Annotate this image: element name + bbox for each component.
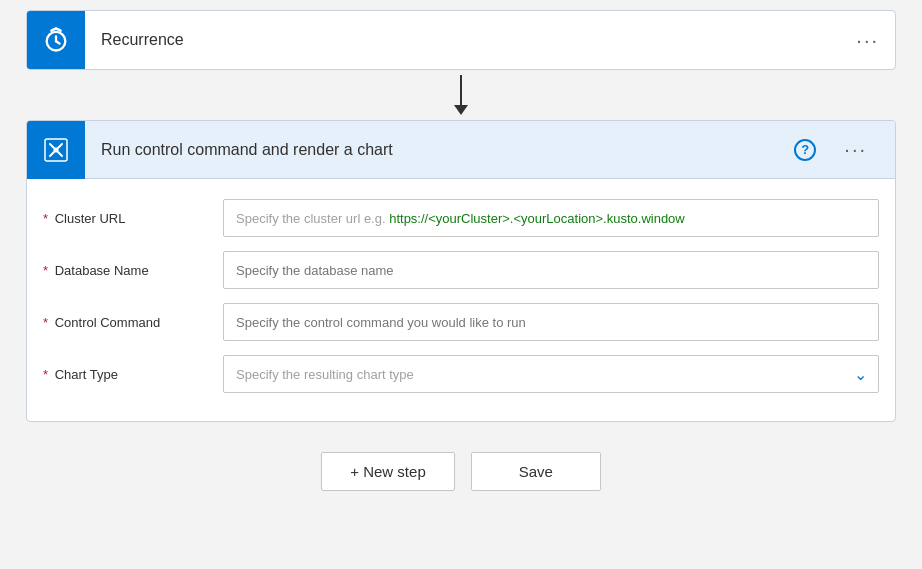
run-control-card: Run control command and render a chart ?… — [26, 120, 896, 422]
cluster-url-row: * Cluster URL Specify the cluster url e.… — [43, 197, 879, 239]
cluster-url-label: * Cluster URL — [43, 211, 223, 226]
run-icon-container — [27, 121, 85, 179]
chart-type-select-wrapper: Specify the resulting chart type ⌄ — [223, 355, 879, 393]
chart-type-label: * Chart Type — [43, 367, 223, 382]
svg-point-6 — [54, 147, 59, 152]
connector-line — [460, 75, 462, 105]
chart-type-select[interactable]: Specify the resulting chart type — [223, 355, 879, 393]
run-card-title: Run control command and render a chart — [85, 141, 782, 159]
database-name-label: * Database Name — [43, 263, 223, 278]
canvas: Recurrence ··· Run control command and r… — [0, 0, 922, 569]
save-button[interactable]: Save — [471, 452, 601, 491]
new-step-button[interactable]: + New step — [321, 452, 454, 491]
connector-arrow — [454, 105, 468, 115]
cluster-url-required: * — [43, 211, 48, 226]
recurrence-card: Recurrence ··· — [26, 10, 896, 70]
run-card-header: Run control command and render a chart ?… — [27, 121, 895, 179]
database-name-required: * — [43, 263, 48, 278]
run-icon — [42, 136, 70, 164]
run-card-body: * Cluster URL Specify the cluster url e.… — [27, 179, 895, 421]
connector — [454, 70, 468, 120]
control-command-label: * Control Command — [43, 315, 223, 330]
control-command-required: * — [43, 315, 48, 330]
header-actions: ? ··· — [782, 138, 895, 161]
clock-icon — [42, 26, 70, 54]
cluster-url-placeholder-text: Specify the cluster url e.g. https://<yo… — [236, 211, 685, 226]
cluster-url-input[interactable]: Specify the cluster url e.g. https://<yo… — [223, 199, 879, 237]
chart-type-row: * Chart Type Specify the resulting chart… — [43, 353, 879, 395]
recurrence-menu-button[interactable]: ··· — [840, 29, 895, 52]
bottom-actions: + New step Save — [321, 452, 600, 491]
database-name-input[interactable] — [223, 251, 879, 289]
recurrence-icon-container — [27, 10, 85, 70]
control-command-input[interactable] — [223, 303, 879, 341]
recurrence-title: Recurrence — [85, 31, 840, 49]
chart-type-required: * — [43, 367, 48, 382]
svg-line-2 — [56, 41, 60, 43]
database-name-row: * Database Name — [43, 249, 879, 291]
run-card-menu-button[interactable]: ··· — [828, 138, 883, 161]
control-command-row: * Control Command — [43, 301, 879, 343]
help-icon-button[interactable]: ? — [794, 139, 816, 161]
